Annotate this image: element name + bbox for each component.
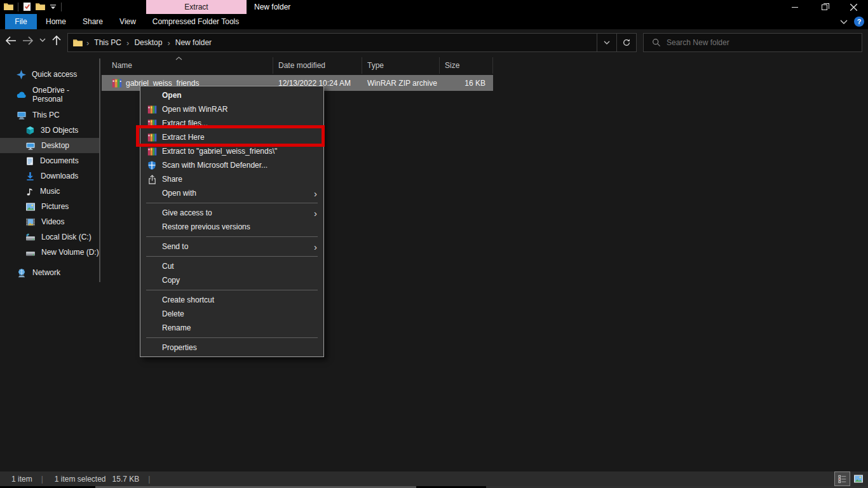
search-box[interactable] [643,33,862,52]
menu-item-give-access-to[interactable]: Give access to › [140,206,323,220]
nav-buttons [5,35,62,46]
window-controls [780,0,868,14]
breadcrumb-separator-icon: › [167,38,170,48]
winrar-icon [147,105,157,114]
menu-separator [146,236,318,237]
video-icon [25,218,36,226]
document-icon [25,156,34,166]
sort-ascending-icon [175,57,182,60]
recent-locations-chevron-icon[interactable] [39,38,46,43]
breadcrumb-new-folder[interactable]: New folder [174,38,213,47]
menu-item-properties[interactable]: Properties [140,341,323,355]
address-bar[interactable]: › This PC › Desktop › New folder [67,33,637,52]
properties-check-icon[interactable] [23,2,31,11]
help-icon[interactable]: ? [854,17,864,27]
sidebar-item-new-volume-d[interactable]: New Volume (D:) [0,245,100,260]
annotation-highlight-box [136,125,325,147]
column-header-type[interactable]: Type [362,57,440,74]
menu-item-restore-previous-versions[interactable]: Restore previous versions [140,220,323,234]
search-input[interactable] [667,38,838,47]
sidebar-item-onedrive[interactable]: OneDrive - Personal [0,87,100,102]
sidebar-item-local-disk-c[interactable]: Local Disk (C:) [0,229,100,245]
sidebar-item-3d-objects[interactable]: 3D Objects [0,123,100,138]
forward-icon[interactable] [22,36,34,46]
thumbnail-view-icon [853,475,864,483]
cube-icon [25,126,35,135]
new-folder-qat-icon[interactable] [36,3,45,11]
navigation-toolbar: › This PC › Desktop › New folder [0,29,868,56]
tab-view[interactable]: View [111,14,145,29]
sidebar-item-this-pc[interactable]: This PC [0,107,100,123]
status-divider: | [148,475,150,484]
restore-icon [822,4,827,10]
submenu-chevron-icon: › [314,188,317,199]
breadcrumb-desktop[interactable]: Desktop [133,38,163,47]
up-icon[interactable] [51,35,62,46]
menu-item-scan-with-defender[interactable]: Scan with Microsoft Defender... [140,158,323,172]
sidebar-item-pictures[interactable]: Pictures [0,199,100,214]
winrar-icon [147,147,157,156]
menu-item-create-shortcut[interactable]: Create shortcut [140,293,323,307]
ribbon-right-controls: ? [840,17,864,27]
menu-separator [146,256,318,257]
tab-compressed-folder-tools[interactable]: Compressed Folder Tools [145,14,247,29]
sidebar-item-network[interactable]: Network [0,265,100,280]
music-icon [25,187,34,196]
tab-home[interactable]: Home [37,14,75,29]
close-button[interactable] [839,0,868,14]
sidebar-item-label: Videos [41,217,64,226]
sidebar-item-videos[interactable]: Videos [0,214,100,229]
refresh-button[interactable] [616,34,636,51]
customize-qat-chevron-icon[interactable] [50,4,57,10]
explorer-window-icon[interactable] [4,3,13,11]
selection-size: 15.7 KB [112,475,140,484]
sidebar-item-label: Quick access [32,70,77,79]
qat-separator [18,3,18,11]
titlebar: Extract New folder [0,0,868,14]
details-view-button[interactable] [835,472,850,485]
sidebar-item-music[interactable]: Music [0,184,100,199]
back-icon[interactable] [5,36,17,46]
minimize-button[interactable] [780,0,810,14]
sidebar-item-label: Music [40,187,60,196]
restore-button[interactable] [810,0,839,14]
contextual-tab-extract[interactable]: Extract [146,0,247,14]
tab-file[interactable]: File [5,14,37,29]
pc-icon [17,111,27,120]
menu-item-open-with[interactable]: Open with › [140,186,323,200]
address-dropdown-button[interactable] [597,34,616,51]
menu-item-rename[interactable]: Rename [140,321,323,335]
column-header-size[interactable]: Size [440,57,493,74]
sidebar-item-label: This PC [32,111,60,119]
sidebar-item-downloads[interactable]: Downloads [0,168,100,184]
sidebar-item-documents[interactable]: Documents [0,153,100,168]
sidebar-item-quick-access[interactable]: Quick access [0,67,100,82]
status-divider: | [41,475,43,484]
menu-separator [146,203,318,203]
breadcrumb-this-pc[interactable]: This PC [93,38,123,47]
download-icon [25,172,35,181]
sidebar-item-desktop[interactable]: Desktop [0,138,100,153]
submenu-chevron-icon: › [314,208,317,219]
navigation-pane: Quick access OneDrive - Personal This PC… [0,56,100,471]
menu-item-share[interactable]: Share [140,172,323,186]
menu-item-send-to[interactable]: Send to › [140,240,323,254]
desktop-icon [25,141,36,151]
column-header-date-modified[interactable]: Date modified [273,57,362,74]
folder-icon[interactable] [73,39,83,47]
menu-item-delete[interactable]: Delete [140,307,323,321]
qat-separator [61,3,62,11]
quick-access-toolbar [4,2,62,11]
tab-share[interactable]: Share [75,14,111,29]
search-icon [652,38,661,47]
menu-item-cut[interactable]: Cut [140,259,323,273]
collapse-ribbon-chevron-icon[interactable] [840,20,848,24]
menu-item-open-with-winrar[interactable]: Open with WinRAR [140,102,323,116]
picture-icon [25,203,36,211]
thumbnail-view-button[interactable] [851,472,865,485]
star-icon [17,70,26,79]
column-header-name[interactable]: Name [100,57,273,74]
chevron-down-icon [604,41,610,45]
menu-item-open[interactable]: Open [140,88,323,102]
menu-item-copy[interactable]: Copy [140,273,323,287]
